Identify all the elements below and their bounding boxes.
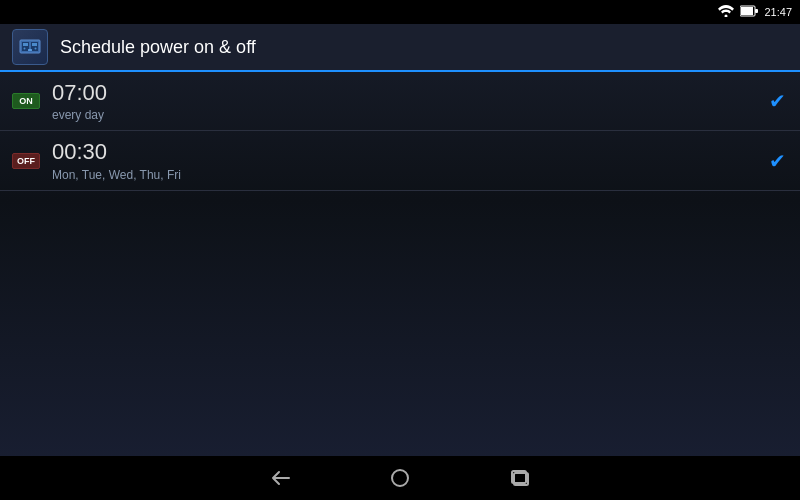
svg-point-0 [725,15,728,18]
on-badge: ON [12,93,40,109]
back-button[interactable] [260,462,300,494]
schedule-days: Mon, Tue, Wed, Thu, Fri [52,168,766,182]
recents-button[interactable] [500,462,540,494]
schedule-time: 00:30 [52,139,766,165]
schedule-checkbox[interactable]: ✔ [766,150,788,172]
content-area: ON 07:00 every day ✔ OFF 00:30 Mon, Tue,… [0,72,800,191]
checkmark-icon: ✔ [769,149,786,173]
svg-point-12 [392,470,408,486]
schedule-checkbox[interactable]: ✔ [766,90,788,112]
navigation-bar [0,456,800,500]
svg-rect-7 [23,43,28,46]
schedule-info: 07:00 every day [52,80,766,122]
svg-rect-3 [755,9,758,13]
off-badge: OFF [12,153,40,169]
home-button[interactable] [380,462,420,494]
app-icon [12,29,48,65]
battery-icon [740,5,758,19]
svg-point-9 [24,48,26,50]
schedule-info: 00:30 Mon, Tue, Wed, Thu, Fri [52,139,766,181]
status-bar: 21:47 [0,0,800,24]
wifi-icon [718,5,734,19]
schedule-time: 07:00 [52,80,766,106]
svg-rect-11 [28,49,32,51]
schedule-item[interactable]: OFF 00:30 Mon, Tue, Wed, Thu, Fri ✔ [0,131,800,190]
schedule-item[interactable]: ON 07:00 every day ✔ [0,72,800,131]
svg-point-10 [35,48,37,50]
title-bar: Schedule power on & off [0,24,800,72]
svg-rect-8 [32,43,37,46]
checkmark-icon: ✔ [769,89,786,113]
status-time: 21:47 [764,6,792,18]
svg-rect-2 [741,7,753,15]
page-title: Schedule power on & off [60,37,256,58]
schedule-days: every day [52,108,766,122]
